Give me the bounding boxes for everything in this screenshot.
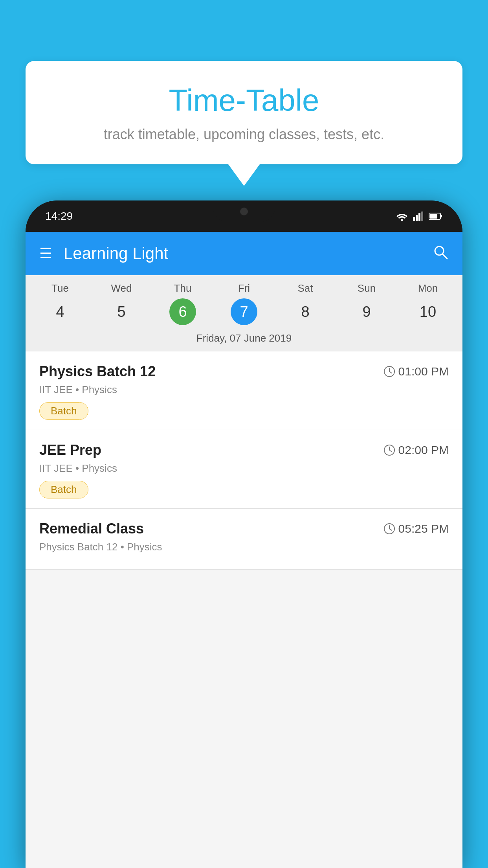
svg-line-12 <box>389 371 392 373</box>
class-item-header: Remedial Class 05:25 PM <box>39 520 449 537</box>
day-number[interactable]: 6 <box>169 298 196 325</box>
speech-bubble-pointer <box>228 164 260 186</box>
speech-bubble-container: Time-Table track timetable, upcoming cla… <box>26 61 462 186</box>
batch-badge: Batch <box>39 481 88 498</box>
phone-time: 14:29 <box>45 210 73 223</box>
time-text: 01:00 PM <box>398 365 449 378</box>
day-number[interactable]: 8 <box>292 298 319 325</box>
phone-screen: ☰ Learning Light Tue4Wed5Thu6Fri7Sat8Sun… <box>26 232 462 868</box>
day-number[interactable]: 9 <box>353 298 380 325</box>
day-col-8[interactable]: Sat8 <box>275 282 336 325</box>
class-list: Physics Batch 12 01:00 PMIIT JEE • Physi… <box>26 351 462 570</box>
app-title: Learning Light <box>64 244 168 263</box>
day-number[interactable]: 10 <box>415 298 441 325</box>
speech-bubble-title: Time-Table <box>49 83 439 118</box>
day-col-5[interactable]: Wed5 <box>91 282 152 325</box>
speech-bubble-subtitle: track timetable, upcoming classes, tests… <box>49 126 439 143</box>
class-name: JEE Prep <box>39 442 101 458</box>
class-item[interactable]: Physics Batch 12 01:00 PMIIT JEE • Physi… <box>26 351 462 430</box>
search-icon[interactable] <box>432 244 449 264</box>
svg-rect-6 <box>440 215 442 217</box>
selected-date-label: Friday, 07 June 2019 <box>26 328 462 351</box>
days-row: Tue4Wed5Thu6Fri7Sat8Sun9Mon10 <box>26 275 462 328</box>
svg-line-18 <box>389 529 392 530</box>
class-item-header: JEE Prep 02:00 PM <box>39 442 449 458</box>
phone-frame: 14:29 <box>26 200 462 868</box>
clock-icon <box>383 523 395 535</box>
clock-icon <box>383 444 395 456</box>
header-left: ☰ Learning Light <box>39 244 168 263</box>
day-name: Sat <box>297 282 313 294</box>
day-number[interactable]: 4 <box>47 298 73 325</box>
speech-bubble: Time-Table track timetable, upcoming cla… <box>26 61 462 164</box>
day-col-10[interactable]: Mon10 <box>397 282 459 325</box>
svg-rect-4 <box>421 211 423 221</box>
day-name: Thu <box>174 282 192 294</box>
day-col-9[interactable]: Sun9 <box>336 282 397 325</box>
svg-rect-3 <box>418 213 420 221</box>
phone-notch <box>213 200 275 222</box>
day-col-7[interactable]: Fri7 <box>213 282 275 325</box>
time-text: 02:00 PM <box>398 443 449 457</box>
phone-status-bar: 14:29 <box>26 200 462 232</box>
clock-icon <box>383 366 395 377</box>
class-item[interactable]: Remedial Class 05:25 PMPhysics Batch 12 … <box>26 509 462 570</box>
svg-line-9 <box>443 254 448 259</box>
class-time: 05:25 PM <box>383 522 449 535</box>
svg-line-15 <box>389 450 392 452</box>
day-name: Fri <box>238 282 250 294</box>
signal-icon <box>413 211 424 221</box>
battery-icon <box>429 212 443 220</box>
day-name: Wed <box>111 282 132 294</box>
svg-rect-1 <box>413 217 415 221</box>
day-col-6[interactable]: Thu6 <box>152 282 213 325</box>
svg-point-0 <box>401 219 403 221</box>
class-name: Physics Batch 12 <box>39 363 156 380</box>
svg-rect-7 <box>429 214 437 219</box>
class-name: Remedial Class <box>39 520 144 537</box>
calendar-strip: Tue4Wed5Thu6Fri7Sat8Sun9Mon10 Friday, 07… <box>26 275 462 351</box>
day-name: Sun <box>358 282 376 294</box>
day-col-4[interactable]: Tue4 <box>29 282 91 325</box>
class-item[interactable]: JEE Prep 02:00 PMIIT JEE • PhysicsBatch <box>26 430 462 509</box>
day-number[interactable]: 7 <box>231 298 257 325</box>
batch-badge: Batch <box>39 402 88 420</box>
status-icons <box>396 211 443 221</box>
app-header: ☰ Learning Light <box>26 232 462 275</box>
class-meta: IIT JEE • Physics <box>39 384 449 396</box>
class-time: 01:00 PM <box>383 365 449 378</box>
class-time: 02:00 PM <box>383 443 449 457</box>
class-meta: IIT JEE • Physics <box>39 462 449 474</box>
class-item-header: Physics Batch 12 01:00 PM <box>39 363 449 380</box>
day-number[interactable]: 5 <box>108 298 135 325</box>
class-meta: Physics Batch 12 • Physics <box>39 541 449 553</box>
svg-rect-2 <box>416 215 418 221</box>
camera-dot <box>240 208 248 215</box>
day-name: Tue <box>51 282 69 294</box>
time-text: 05:25 PM <box>398 522 449 535</box>
wifi-icon <box>396 211 408 221</box>
day-name: Mon <box>418 282 438 294</box>
menu-icon[interactable]: ☰ <box>39 246 52 261</box>
